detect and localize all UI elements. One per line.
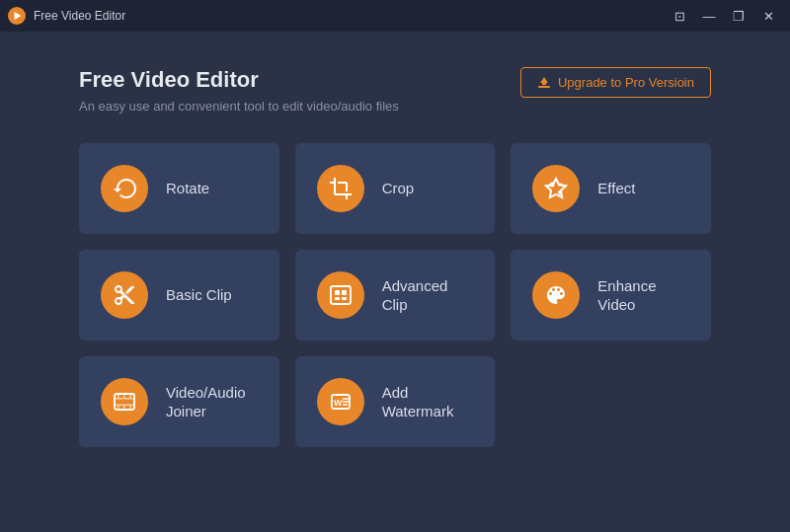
basic-clip-label: Basic Clip <box>166 285 232 305</box>
upgrade-button[interactable]: Upgrade to Pro Versioin <box>520 67 711 98</box>
app-subtitle: An easy use and convenient tool to edit … <box>79 99 399 114</box>
svg-rect-15 <box>115 405 134 407</box>
scissors-icon <box>113 283 136 307</box>
enhance-video-icon-circle <box>532 271 580 319</box>
header-row: Free Video Editor An easy use and conven… <box>79 67 711 114</box>
rotate-label: Rotate <box>166 179 209 198</box>
upgrade-icon <box>537 76 551 90</box>
film-icon <box>113 390 136 414</box>
watermark-icon: W <box>329 390 353 414</box>
effect-icon <box>544 177 568 200</box>
enhance-video-card[interactable]: Enhance Video <box>511 250 711 341</box>
svg-marker-3 <box>540 77 548 85</box>
svg-rect-9 <box>335 290 340 295</box>
crop-card[interactable]: Crop <box>295 143 496 234</box>
add-watermark-icon-circle: W <box>317 378 364 425</box>
svg-rect-8 <box>331 286 351 304</box>
advanced-clip-label: Advanced Clip <box>382 276 474 315</box>
rotate-icon-circle <box>101 165 148 212</box>
crop-label: Crop <box>382 179 415 198</box>
main-content: Free Video Editor An easy use and conven… <box>0 32 790 477</box>
svg-rect-2 <box>538 86 550 88</box>
svg-rect-16 <box>118 394 119 398</box>
rotate-icon <box>113 177 136 200</box>
app-header: Free Video Editor An easy use and conven… <box>79 67 399 114</box>
svg-point-6 <box>558 190 562 194</box>
svg-rect-17 <box>118 406 119 410</box>
tools-grid: Rotate Crop Effect <box>79 143 711 447</box>
video-audio-joiner-icon-circle <box>101 378 148 425</box>
effect-card[interactable]: Effect <box>511 143 711 234</box>
add-watermark-card[interactable]: W Add Watermark <box>295 356 496 447</box>
titlebar-controls: ⊡ — ❐ ✕ <box>666 5 782 27</box>
svg-rect-18 <box>130 394 132 398</box>
svg-point-7 <box>560 184 563 187</box>
svg-text:W: W <box>334 398 343 408</box>
app-icon <box>8 7 26 25</box>
advanced-clip-icon <box>329 283 353 307</box>
titlebar-left: Free Video Editor <box>8 7 125 25</box>
advanced-clip-card[interactable]: Advanced Clip <box>295 250 496 341</box>
svg-rect-10 <box>342 290 347 295</box>
advanced-clip-icon-circle <box>317 271 364 319</box>
titlebar: Free Video Editor ⊡ — ❐ ✕ <box>0 0 790 32</box>
crop-icon-circle <box>317 165 364 212</box>
effect-label: Effect <box>597 179 635 198</box>
add-watermark-label: Add Watermark <box>382 383 454 421</box>
video-audio-joiner-label: Video/Audio Joiner <box>166 383 246 421</box>
rotate-card[interactable]: Rotate <box>79 143 279 234</box>
titlebar-title: Free Video Editor <box>34 9 125 23</box>
svg-marker-4 <box>546 179 566 197</box>
svg-point-5 <box>550 183 555 188</box>
close-button[interactable]: ✕ <box>754 5 782 27</box>
app-title: Free Video Editor <box>79 67 399 93</box>
palette-icon <box>544 283 568 307</box>
basic-clip-card[interactable]: Basic Clip <box>79 250 279 341</box>
svg-rect-21 <box>123 406 125 410</box>
maximize-button[interactable]: ❐ <box>725 5 752 27</box>
restore-button[interactable]: ⊡ <box>666 5 693 27</box>
crop-icon <box>329 177 353 200</box>
effect-icon-circle <box>532 165 580 212</box>
svg-rect-14 <box>115 398 134 400</box>
svg-rect-20 <box>123 394 125 398</box>
basic-clip-icon-circle <box>101 271 148 319</box>
svg-rect-11 <box>335 297 340 300</box>
enhance-video-label: Enhance Video <box>597 276 656 315</box>
video-audio-joiner-card[interactable]: Video/Audio Joiner <box>79 356 279 447</box>
minimize-button[interactable]: — <box>695 5 723 27</box>
svg-rect-12 <box>342 297 347 300</box>
svg-rect-19 <box>130 406 132 410</box>
